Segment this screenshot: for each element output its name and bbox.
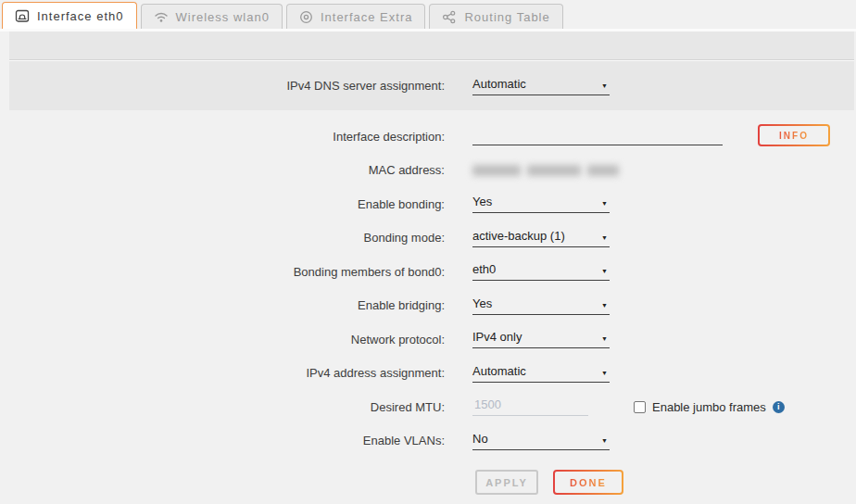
network-protocol-label: Network protocol: — [0, 333, 445, 346]
chevron-down-icon: ▼ — [601, 301, 610, 310]
interface-form: Interface description: INFO MAC address:… — [0, 120, 856, 458]
apply-button[interactable]: APPLY — [475, 470, 538, 495]
interface-description-row: Interface description: INFO — [0, 120, 856, 154]
interface-icon — [15, 9, 30, 23]
chevron-down-icon: ▼ — [601, 199, 610, 208]
tab-interface-extra[interactable]: Interface Extra — [286, 4, 426, 29]
select-value: No — [472, 432, 488, 446]
mac-address-value-redacted — [472, 165, 619, 176]
chevron-down-icon: ▼ — [601, 267, 610, 276]
ipv4-assignment-label: IPv4 address assignment: — [0, 366, 445, 380]
chevron-down-icon: ▼ — [601, 369, 610, 378]
tab-interface-eth0[interactable]: Interface eth0 — [2, 2, 137, 29]
enable-bonding-select[interactable]: Yes ▼ — [472, 195, 610, 213]
mac-address-label: MAC address: — [0, 163, 445, 177]
tab-bar: Interface eth0 Wireless wlan0 Interface … — [0, 0, 856, 29]
enable-vlans-row: Enable VLANs: No ▼ — [0, 424, 856, 459]
info-button-label: INFO — [779, 131, 809, 141]
settings-panel: IPv4 DNS server assignment: Automatic ▼ — [9, 32, 854, 110]
info-button[interactable]: INFO — [758, 124, 830, 146]
enable-bonding-label: Enable bonding: — [0, 197, 445, 211]
tab-routing-table[interactable]: Routing Table — [429, 4, 562, 29]
tab-label: Routing Table — [464, 10, 549, 24]
jumbo-frames-group: Enable jumbo frames i — [634, 400, 785, 414]
tab-wireless-wlan0[interactable]: Wireless wlan0 — [141, 4, 283, 29]
jumbo-frames-label: Enable jumbo frames — [652, 400, 766, 414]
interface-description-label: Interface description: — [0, 130, 445, 144]
tab-label: Interface eth0 — [37, 9, 124, 23]
enable-bridging-label: Enable bridging: — [0, 298, 445, 312]
chevron-down-icon: ▼ — [601, 233, 610, 243]
ipv4-assignment-select[interactable]: Automatic ▼ — [472, 364, 610, 383]
action-buttons: APPLY DONE — [0, 470, 856, 495]
chevron-down-icon: ▼ — [601, 436, 610, 446]
select-value: active-backup (1) — [472, 229, 565, 243]
tab-label: Wireless wlan0 — [176, 10, 270, 24]
tab-label: Interface Extra — [321, 10, 413, 24]
panel-spacer — [9, 32, 854, 59]
network-protocol-row: Network protocol: IPv4 only ▼ — [0, 322, 856, 357]
chevron-down-icon: ▼ — [601, 82, 610, 91]
target-icon — [299, 10, 313, 24]
desired-mtu-row: Desired MTU: Enable jumbo frames i — [0, 390, 856, 424]
select-value: Yes — [472, 296, 492, 310]
jumbo-frames-checkbox[interactable] — [634, 401, 646, 413]
select-value: IPv4 only — [472, 330, 522, 344]
bonding-members-label: Bonding members of bond0: — [0, 265, 445, 279]
chevron-down-icon: ▼ — [601, 334, 610, 344]
share-nodes-icon — [442, 10, 457, 24]
dns-assignment-select[interactable]: Automatic ▼ — [472, 77, 610, 95]
mac-address-row: MAC address: — [0, 154, 856, 188]
enable-bridging-row: Enable bridging: Yes ▼ — [0, 289, 856, 323]
wifi-icon — [154, 10, 169, 23]
bonding-mode-select[interactable]: active-backup (1) ▼ — [472, 229, 610, 247]
ipv4-assignment-row: IPv4 address assignment: Automatic ▼ — [0, 357, 856, 391]
select-value: Automatic — [472, 364, 526, 378]
bonding-mode-row: Bonding mode: active-backup (1) ▼ — [0, 221, 856, 256]
desired-mtu-label: Desired MTU: — [0, 400, 445, 414]
enable-bonding-row: Enable bonding: Yes ▼ — [0, 187, 856, 221]
select-value: Automatic — [472, 77, 526, 91]
dns-assignment-row: IPv4 DNS server assignment: Automatic ▼ — [9, 61, 854, 110]
done-button-label: DONE — [570, 477, 607, 488]
interface-description-input[interactable] — [472, 127, 723, 145]
bonding-members-row: Bonding members of bond0: eth0 ▼ — [0, 255, 856, 289]
dns-assignment-label: IPv4 DNS server assignment: — [9, 79, 445, 93]
select-value: eth0 — [472, 262, 496, 276]
enable-bridging-select[interactable]: Yes ▼ — [472, 296, 610, 315]
done-button[interactable]: DONE — [553, 470, 623, 495]
bonding-mode-label: Bonding mode: — [0, 231, 445, 245]
network-protocol-select[interactable]: IPv4 only ▼ — [472, 330, 610, 348]
enable-vlans-label: Enable VLANs: — [0, 434, 445, 447]
desired-mtu-input — [472, 397, 588, 416]
enable-vlans-select[interactable]: No ▼ — [472, 432, 610, 450]
info-circle-icon[interactable]: i — [773, 401, 785, 413]
select-value: Yes — [472, 195, 492, 208]
bonding-members-select[interactable]: eth0 ▼ — [472, 262, 610, 281]
